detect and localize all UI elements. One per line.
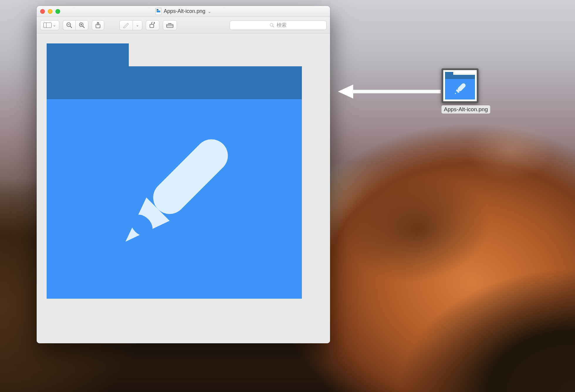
svg-rect-0 (44, 23, 52, 28)
close-button[interactable] (40, 9, 45, 14)
zoom-out-button[interactable] (63, 20, 75, 30)
search-placeholder: 検索 (277, 22, 287, 28)
zoom-button[interactable] (55, 9, 60, 14)
window-titlebar[interactable]: Apps-Alt-icon.png ⌄ (37, 6, 330, 17)
thumbnail-frame (442, 68, 478, 103)
view-mode-button[interactable]: ⌄ (40, 20, 59, 30)
chevron-down-icon: ⌄ (136, 23, 139, 27)
svg-point-15 (270, 23, 273, 26)
image-content (47, 43, 302, 299)
toolbar: ⌄ (37, 17, 330, 33)
svg-rect-17 (146, 133, 235, 221)
preview-window: Apps-Alt-icon.png ⌄ ⌄ (37, 6, 330, 343)
svg-rect-12 (150, 24, 154, 28)
share-button[interactable] (92, 20, 104, 30)
zoom-in-button[interactable] (75, 20, 88, 30)
search-field[interactable]: 検索 (230, 21, 327, 30)
zoom-in-icon (79, 22, 85, 28)
zoom-segment (63, 20, 88, 30)
rotate-button[interactable] (146, 20, 159, 30)
title-dropdown-icon: ⌄ (208, 9, 211, 14)
highlight-button[interactable] (119, 20, 133, 30)
desktop-file-icon[interactable]: Apps-Alt-icon.png (442, 68, 478, 114)
chevron-down-icon: ⌄ (53, 23, 56, 27)
title-proxy-icon (155, 8, 161, 15)
pencil-icon (123, 22, 130, 28)
zoom-out-icon (66, 22, 72, 28)
svg-line-3 (70, 26, 72, 28)
toolbox-icon (166, 22, 174, 28)
minimize-button[interactable] (48, 9, 53, 14)
canvas[interactable] (37, 33, 330, 343)
svg-line-6 (83, 26, 84, 28)
highlight-segment: ⌄ (119, 20, 142, 30)
markup-button[interactable] (163, 20, 177, 30)
share-icon (95, 22, 101, 28)
rotate-icon (149, 22, 156, 28)
pencil-glyph (92, 111, 256, 275)
pencil-glyph-small (451, 80, 469, 98)
window-controls (40, 9, 60, 14)
desktop-file-label: Apps-Alt-icon.png (442, 105, 490, 114)
highlight-menu-button[interactable]: ⌄ (133, 20, 142, 30)
window-title: Apps-Alt-icon.png (164, 8, 205, 14)
svg-line-16 (273, 26, 274, 27)
search-icon (270, 23, 274, 28)
